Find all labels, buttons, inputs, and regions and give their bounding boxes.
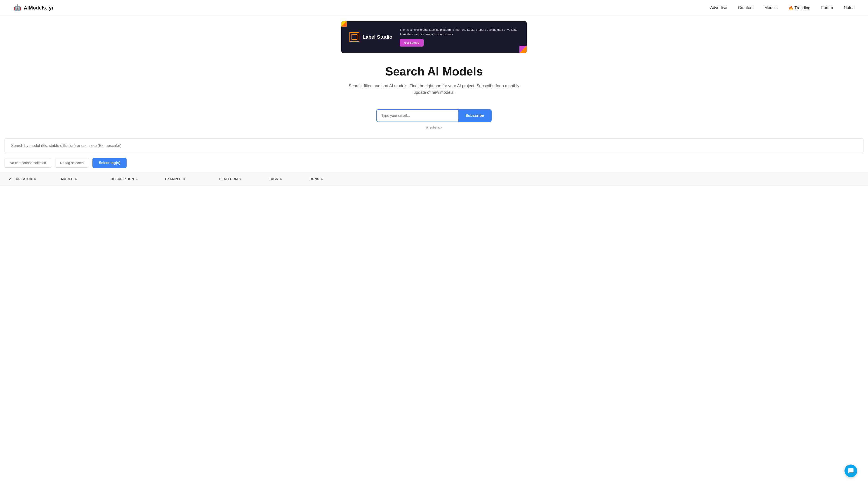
nav-link-notes[interactable]: Notes (844, 5, 855, 10)
sort-icon-tags: ⇅ (280, 177, 282, 181)
hero-section: Search AI Models Search, filter, and sor… (0, 56, 868, 109)
logo-icon: 🤖 (13, 4, 22, 11)
model-search-input[interactable] (11, 143, 857, 148)
main-nav: 🤖 AIModels.fyi Advertise Creators Models… (0, 0, 868, 16)
col-platform-label: PLATFORM (219, 177, 238, 181)
comparison-filter-button[interactable]: No comparison selected (4, 158, 51, 168)
logo-text: AIModels.fyi (24, 5, 53, 11)
banner-logo-text: Label Studio (363, 34, 393, 40)
logo[interactable]: 🤖 AIModels.fyi (13, 4, 53, 11)
nav-item-advertise[interactable]: Advertise (710, 5, 727, 10)
col-header-platform[interactable]: PLATFORM ⇅ (219, 177, 269, 181)
subscribe-form: Subscribe (376, 109, 492, 122)
hero-title: Search AI Models (4, 65, 864, 78)
table-header: ✓ CREATOR ⇅ MODEL ⇅ DESCRIPTION ⇅ EXAMPL… (0, 173, 868, 186)
sort-icon-platform: ⇅ (239, 177, 242, 181)
search-bar-wrapper (4, 138, 864, 153)
col-header-description[interactable]: DESCRIPTION ⇅ (111, 177, 165, 181)
nav-item-trending[interactable]: 🔥 Trending (788, 5, 810, 10)
banner-content: The most flexible data labeling platform… (400, 28, 519, 46)
banner-description: The most flexible data labeling platform… (400, 28, 519, 36)
search-section: No comparison selected No tag selected S… (0, 138, 868, 173)
col-example-label: EXAMPLE (165, 177, 182, 181)
banner-corner-tl (341, 21, 347, 27)
sort-icon-description: ⇅ (135, 177, 138, 181)
col-model-label: MODEL (61, 177, 73, 181)
col-header-tags[interactable]: TAGS ⇅ (269, 177, 310, 181)
nav-item-forum[interactable]: Forum (821, 5, 833, 10)
subscribe-button[interactable]: Subscribe (458, 110, 491, 122)
nav-link-advertise[interactable]: Advertise (710, 5, 727, 10)
chat-bubble-button[interactable] (844, 464, 857, 477)
check-icon: ✓ (8, 177, 12, 181)
sort-icon-creator: ⇅ (34, 177, 36, 181)
filter-bar: No comparison selected No tag selected S… (0, 153, 868, 173)
banner-logo-icon (349, 32, 360, 42)
email-input[interactable] (377, 110, 458, 122)
select-tags-button[interactable]: Select tag(s) (92, 158, 127, 168)
nav-item-notes[interactable]: Notes (844, 5, 855, 10)
col-creator-label: CREATOR (16, 177, 32, 181)
sort-icon-model: ⇅ (74, 177, 77, 181)
nav-link-models[interactable]: Models (765, 5, 778, 10)
ad-banner[interactable]: Label Studio The most flexible data labe… (341, 21, 527, 53)
subscribe-section: Subscribe (0, 109, 868, 122)
col-header-creator[interactable]: CREATOR ⇅ (16, 177, 61, 181)
hero-subtitle: Search, filter, and sort AI models. Find… (348, 83, 520, 96)
nav-link-trending[interactable]: 🔥 Trending (788, 6, 810, 10)
sort-icon-example: ⇅ (183, 177, 185, 181)
substack-label: substack (0, 126, 868, 129)
nav-item-creators[interactable]: Creators (738, 5, 754, 10)
banner-logo-area: Label Studio (349, 32, 393, 42)
col-header-runs[interactable]: RUNS ⇅ (310, 177, 346, 181)
banner-container: Label Studio The most flexible data labe… (0, 16, 868, 56)
col-header-model[interactable]: MODEL ⇅ (61, 177, 111, 181)
substack-text: substack (430, 126, 442, 129)
nav-links: Advertise Creators Models 🔥 Trending For… (710, 5, 855, 10)
nav-item-models[interactable]: Models (765, 5, 778, 10)
sort-icon-runs: ⇅ (320, 177, 323, 181)
nav-link-forum[interactable]: Forum (821, 5, 833, 10)
col-header-check: ✓ (4, 177, 16, 181)
col-header-example[interactable]: EXAMPLE ⇅ (165, 177, 219, 181)
nav-link-creators[interactable]: Creators (738, 5, 754, 10)
chat-icon (848, 468, 854, 474)
col-tags-label: TAGS (269, 177, 278, 181)
col-runs-label: RUNS (310, 177, 319, 181)
tag-filter-button[interactable]: No tag selected (55, 158, 89, 168)
banner-cta-button[interactable]: Get Started (400, 39, 424, 46)
col-description-label: DESCRIPTION (111, 177, 134, 181)
banner-corner-br (520, 46, 527, 53)
